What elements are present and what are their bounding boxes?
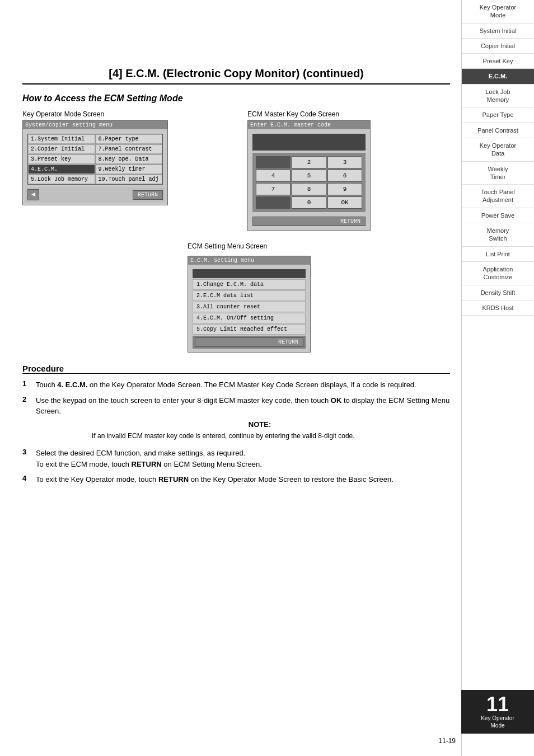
ko-item-5-2: 10.Touch panel adj [96, 175, 163, 184]
sidebar-item-copier-initial[interactable]: Copier Initial [462, 39, 534, 54]
step-2-num: 2 [22, 395, 31, 403]
sidebar-item-density-shift[interactable]: Density Shift [462, 285, 534, 300]
ecm-master-title-bar: Enter E.C.M. master code [248, 121, 370, 129]
ecm-setting-title-bar: E.C.M. setting menu [188, 256, 310, 265]
step-1-text: Touch 4. E.C.M. on the Key Operator Mode… [36, 379, 450, 391]
ko-item-1-1: 1.System Initial [28, 134, 95, 144]
ecm-master-screen-block: ECM Master Key Code Screen Enter E.C.M. … [247, 110, 450, 231]
sidebar-item-key-operator-mode[interactable]: Key OperatorMode [462, 0, 534, 24]
ecm-master-footer: RETURN [250, 214, 368, 228]
ko-item-5-1: 5.Lock Job memory [28, 175, 95, 184]
chapter-label: Key OperatorMode [463, 715, 532, 729]
num-dark-1 [256, 156, 291, 168]
sidebar-item-krds-host[interactable]: KRDS Host [462, 300, 534, 316]
ko-item-2-2: 7.Panel contrast [96, 144, 163, 154]
chapter-badge: 11 Key OperatorMode [461, 690, 534, 734]
step-4-num: 4 [22, 474, 31, 482]
ko-title-bar: System/copier setting menu [23, 121, 167, 129]
sidebar-item-paper-type[interactable]: Paper Type [462, 107, 534, 123]
procedure-list: 1 Touch 4. E.C.M. on the Key Operator Mo… [22, 379, 450, 485]
num-8[interactable]: 8 [292, 183, 326, 195]
ko-screen-box: System/copier setting menu 1.System Init… [22, 120, 168, 205]
step-3-text: Select the desired ECM function, and mak… [36, 448, 450, 469]
num-4[interactable]: 4 [256, 170, 291, 182]
num-0[interactable]: 0 [292, 196, 326, 209]
ko-item-4-2: 9.Weekly timer [96, 165, 163, 174]
procedure-title: Procedure [22, 364, 450, 374]
num-dark-2 [256, 196, 291, 209]
chapter-number: 11 [463, 694, 532, 715]
ecm-setting-footer: RETURN [193, 336, 306, 349]
ko-item-1-2: 6.Paper type [96, 134, 163, 144]
procedure-step-3: 3 Select the desired ECM function, and m… [22, 448, 450, 469]
ko-item-2-1: 2.Copier Initial [28, 144, 95, 154]
ko-footer: ◄ RETURN [25, 187, 165, 203]
ecm-input-area [252, 134, 366, 151]
ko-item-3-2: 8.Key ope. Data [96, 154, 163, 164]
ko-item-4-1: 4.E.C.M. [28, 165, 95, 174]
sidebar-item-touch-panel-adj[interactable]: Touch PanelAdjustment [462, 185, 534, 208]
step-2-text: Use the keypad on the touch screen to en… [36, 395, 450, 444]
sidebar-item-lock-job-memory[interactable]: Lock JobMemory [462, 84, 534, 108]
num-3[interactable]: 3 [327, 156, 362, 168]
ko-return-btn[interactable]: RETURN [133, 190, 163, 200]
step-1-num: 1 [22, 379, 31, 388]
section-title: How to Access the ECM Setting Mode [22, 93, 450, 104]
ecm-menu-3[interactable]: 3.All counter reset [193, 302, 306, 312]
ecm-master-screen-box: Enter E.C.M. master code 2 3 4 5 6 7 8 9 [247, 120, 371, 231]
ecm-menu-2[interactable]: 2.E.C.M data list [193, 290, 306, 301]
ecm-menu-4[interactable]: 4.E.C.M. On/Off setting [193, 313, 306, 323]
ecm-setting-return-btn[interactable]: RETURN [195, 337, 303, 347]
note-title: NOTE: [69, 419, 450, 430]
sidebar-item-memory-switch[interactable]: MemorySwitch [462, 223, 534, 247]
sidebar-item-panel-contrast[interactable]: Panel Contrast [462, 123, 534, 138]
sidebar-item-key-operator-data[interactable]: Key OperatorData [462, 138, 534, 162]
ko-screen-label: Key Operator Mode Screen [22, 110, 225, 118]
step-4-text: To exit the Key Operator mode, touch RET… [36, 474, 450, 485]
procedure-step-1: 1 Touch 4. E.C.M. on the Key Operator Mo… [22, 379, 450, 391]
ecm-menu-5[interactable]: 5.Copy Limit Reached effect [193, 324, 306, 335]
ecm-master-return-btn[interactable]: RETURN [252, 217, 366, 226]
page-number: 11-19 [438, 737, 456, 745]
num-2[interactable]: 2 [292, 156, 326, 168]
sidebar-item-app-customize[interactable]: ApplicationCustomize [462, 262, 534, 285]
sidebar-item-ecm[interactable]: E.C.M. [462, 69, 534, 84]
sidebar-item-power-save[interactable]: Power Save [462, 208, 534, 223]
ecm-menu-1[interactable]: 1.Change E.C.M. data [193, 279, 306, 290]
ecm-numpad: 2 3 4 5 6 7 8 9 0 OK [252, 153, 366, 212]
sidebar-item-list-print[interactable]: List Print [462, 247, 534, 262]
ecm-setting-screen-box: E.C.M. setting menu 1.Change E.C.M. data… [188, 256, 311, 353]
sidebar-item-system-initial[interactable]: System Initial [462, 24, 534, 39]
step-2-note: NOTE: If an invalid ECM master key code … [69, 419, 450, 442]
procedure-step-2: 2 Use the keypad on the touch screen to … [22, 395, 450, 444]
ko-menu-grid: 1.System Initial 6.Paper type 2.Copier I… [27, 134, 163, 185]
ecm-setting-dark-bar [193, 269, 306, 278]
ecm-setting-screen-label: ECM Setting Menu Screen [188, 242, 450, 250]
note-text: If an invalid ECM master key code is ent… [92, 431, 450, 441]
num-6[interactable]: 6 [327, 170, 362, 182]
procedure-step-4: 4 To exit the Key Operator mode, touch R… [22, 474, 450, 485]
ecm-setting-row: ECM Setting Menu Screen E.C.M. setting m… [188, 242, 450, 353]
num-7[interactable]: 7 [256, 183, 291, 195]
ecm-master-screen-label: ECM Master Key Code Screen [247, 110, 450, 118]
ko-screen-block: Key Operator Mode Screen System/copier s… [22, 110, 225, 231]
num-5[interactable]: 5 [292, 170, 326, 182]
sidebar-item-preset-key[interactable]: Preset Key [462, 54, 534, 69]
sidebar: Key OperatorMode System Initial Copier I… [461, 0, 534, 756]
num-ok[interactable]: OK [327, 196, 362, 209]
ko-item-3-1: 3.Preset key [28, 154, 95, 164]
sidebar-item-weekly-timer[interactable]: WeeklyTimer [462, 162, 534, 185]
num-9[interactable]: 9 [327, 183, 362, 195]
page-title: [4] E.C.M. (Electronic Copy Monitor) (co… [22, 67, 450, 84]
ko-arrow-btn[interactable]: ◄ [27, 189, 39, 200]
step-3-num: 3 [22, 448, 31, 456]
